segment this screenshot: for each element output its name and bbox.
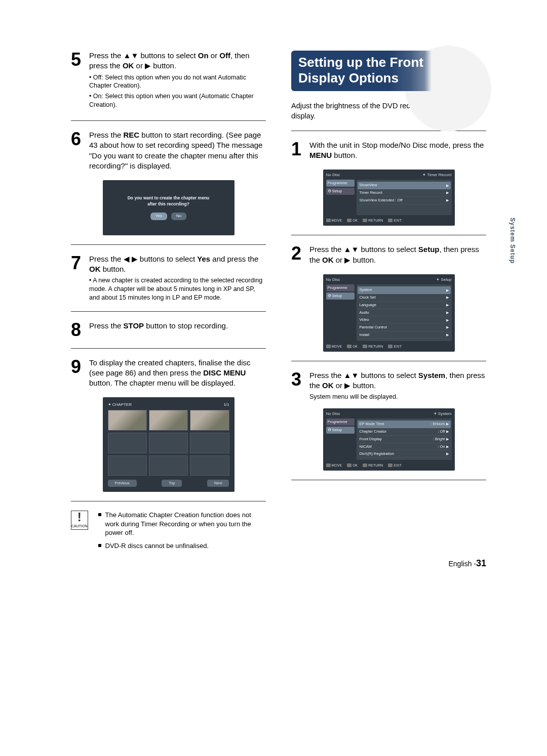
- step-number: 5: [71, 51, 85, 111]
- osd-row[interactable]: Language▶: [360, 302, 449, 309]
- step-number: 9: [71, 358, 85, 391]
- chapter-thumb[interactable]: [190, 410, 229, 431]
- sub-off: • Off: Select this option when you do no…: [89, 73, 266, 91]
- side-programme[interactable]: Programme: [326, 284, 355, 291]
- side-setup[interactable]: ⚙ Setup: [326, 188, 355, 195]
- nav-top-button[interactable]: Top: [162, 480, 182, 487]
- chapter-icon: ✦: [108, 402, 112, 407]
- dialog-line2: after this recording?: [113, 201, 224, 207]
- osd-timer-record: No Disc✦ Timer Record Programme ⚙ Setup …: [323, 170, 455, 226]
- dialog-no-button[interactable]: No: [171, 213, 186, 220]
- page-number: English -31: [449, 557, 487, 569]
- chapter-thumb[interactable]: [108, 410, 147, 431]
- text: button. The chapter menu will be display…: [89, 379, 236, 387]
- bold-setup: Setup: [418, 245, 440, 254]
- osd-row[interactable]: Chapter Creator: Off ▶: [360, 428, 449, 436]
- side-setup[interactable]: ⚙ Setup: [326, 427, 355, 434]
- chapter-thumb[interactable]: [149, 410, 188, 431]
- f-exit: EXIT: [394, 463, 402, 468]
- osd-row[interactable]: Parental Control▶: [360, 324, 449, 331]
- text: Press the: [89, 255, 124, 263]
- side-tab: System Setup: [509, 218, 517, 264]
- nav-next-button[interactable]: Next: [207, 480, 229, 487]
- chapter-empty: [108, 455, 147, 476]
- step-7: 7 Press the ◀ ▶ buttons to select Yes an…: [71, 254, 266, 302]
- bold-system: System: [418, 371, 445, 380]
- sub-note: • A new chapter is created according to …: [89, 276, 266, 302]
- text: button.: [151, 61, 176, 70]
- chapter-label: CHAPTER: [112, 402, 132, 407]
- separator: [71, 501, 266, 501]
- text: or: [134, 61, 145, 70]
- osd-row[interactable]: ShowView▶: [358, 182, 451, 189]
- right-column: Setting up the Front Display Options Adj…: [291, 51, 486, 555]
- osd-row[interactable]: EP Mode Time: 6Hours ▶: [358, 421, 451, 428]
- step-number: 1: [291, 140, 305, 163]
- osd-row[interactable]: Front Display: Bright ▶: [360, 436, 449, 443]
- f-return: RETURN: [368, 218, 383, 223]
- osd-mode: System: [438, 411, 452, 416]
- text: button to stop recording.: [144, 321, 228, 330]
- nav-previous-button[interactable]: Previous: [108, 480, 137, 487]
- osd-row[interactable]: Clock Set▶: [360, 294, 449, 302]
- dialog-yes-button[interactable]: Yes: [150, 213, 167, 220]
- bold-disc-menu: DISC MENU: [203, 368, 246, 377]
- bold-ok: OK: [89, 265, 101, 273]
- chapter-empty: [149, 455, 188, 476]
- step-number: 2: [291, 244, 305, 267]
- f-move: MOVE: [332, 218, 342, 223]
- left-column: 5 Press the ▲▼ buttons to select On or O…: [71, 51, 266, 555]
- dialog-line1: Do you want to create the chapter menu: [113, 195, 224, 201]
- osd-row[interactable]: NICAM: On ▶: [360, 443, 449, 451]
- side-programme[interactable]: Programme: [326, 180, 355, 187]
- chapter-empty: [190, 433, 229, 453]
- osd-row[interactable]: System▶: [358, 286, 451, 294]
- step-1r: 1 With the unit in Stop mode/No Disc mod…: [291, 140, 486, 163]
- updown-icon: ▲▼: [344, 371, 359, 380]
- step-8: 8 Press the STOP button to stop recordin…: [71, 321, 266, 339]
- separator: [291, 361, 486, 361]
- separator: [71, 348, 266, 349]
- text: Press the: [309, 371, 344, 380]
- side-setup[interactable]: ⚙ Setup: [326, 292, 355, 300]
- step-9: 9 To display the created chapters, final…: [71, 358, 266, 391]
- osd-row[interactable]: Timer Record▶: [360, 189, 449, 197]
- text: or: [334, 381, 345, 390]
- bold-on: On: [198, 51, 209, 60]
- osd-setup: No Disc✦ Setup Programme ⚙ Setup System▶…: [323, 274, 455, 352]
- osd-row[interactable]: DivX(R) Registration ▶: [360, 450, 449, 458]
- osd-chapter-grid: ✦ CHAPTER 1/1 Previous Top Next: [103, 397, 235, 492]
- osd-nodisc: No Disc: [326, 173, 340, 178]
- f-move: MOVE: [332, 344, 342, 349]
- side-programme[interactable]: Programme: [326, 418, 355, 426]
- caution-item: The Automatic Chapter Creation function …: [98, 511, 266, 537]
- osd-row[interactable]: Video▶: [360, 316, 449, 324]
- step-5: 5 Press the ▲▼ buttons to select On or O…: [71, 51, 266, 111]
- page-columns: 5 Press the ▲▼ buttons to select On or O…: [71, 51, 486, 555]
- osd-row[interactable]: ShowView Extended : Off▶: [360, 197, 449, 204]
- text: The Automatic Chapter Creation function …: [105, 511, 266, 537]
- separator: [291, 235, 486, 235]
- text: buttons to select: [359, 245, 418, 254]
- osd-mode: Timer Record: [427, 173, 451, 177]
- updown-icon: ▲▼: [344, 245, 359, 254]
- bold-menu: MENU: [309, 151, 332, 159]
- osd-row[interactable]: Install▶: [360, 331, 449, 339]
- osd-row[interactable]: Audio▶: [360, 309, 449, 317]
- right-icon: ▶: [344, 256, 350, 264]
- caution-label: CAUTION: [71, 524, 88, 528]
- text: buttons to select: [138, 255, 198, 263]
- f-move: MOVE: [332, 463, 342, 468]
- text: DVD-R discs cannot be unfinalised.: [105, 541, 209, 551]
- heading-line2: Display Options: [298, 70, 423, 86]
- right-icon: ▶: [145, 61, 151, 70]
- separator: [71, 120, 266, 121]
- text: or: [334, 256, 345, 264]
- step-number: 8: [71, 321, 85, 339]
- updown-icon: ▲▼: [124, 51, 139, 60]
- text: Press the: [89, 321, 124, 330]
- chapter-empty: [190, 455, 229, 476]
- f-ok: OK: [353, 344, 358, 349]
- text: buttons to select: [359, 371, 418, 380]
- text: With the unit in Stop mode/No Disc mode,…: [309, 141, 484, 149]
